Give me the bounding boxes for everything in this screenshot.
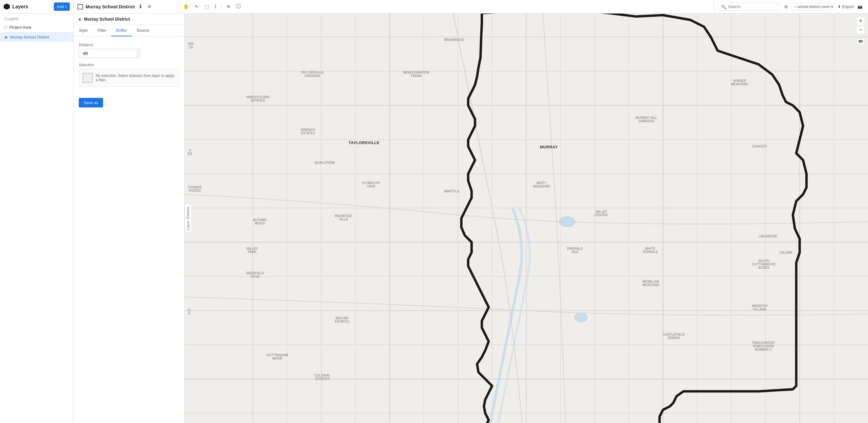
distance-input-wrap: feet ▾	[79, 49, 140, 58]
selection-placeholder-icon	[83, 73, 93, 83]
svg-point-33	[574, 313, 588, 322]
selection-box: No selection. Select features from layer…	[79, 69, 179, 87]
map-svg	[185, 13, 868, 423]
top-bar: Layers Add ▾ Murray School District ⬇ ✕ …	[0, 0, 868, 13]
svg-point-32	[559, 216, 576, 227]
distance-label: Distance	[79, 43, 179, 47]
sidebar-item-murray[interactable]: ◈ Murray School District	[0, 32, 73, 42]
layers-logo-icon	[4, 4, 10, 10]
map-layer-icon	[78, 4, 83, 9]
distance-unit-dropdown[interactable]: feet ▾	[137, 49, 140, 58]
add-chevron-icon: ▾	[65, 5, 67, 8]
map-title: Murray School District	[86, 4, 135, 9]
sidebar-section-label: 2 Layers	[0, 13, 73, 22]
close-tool-button[interactable]: ✕	[224, 2, 232, 11]
layers-section: Layers Add ▾	[0, 0, 74, 13]
box-select-button[interactable]: ⬚	[202, 2, 211, 11]
search-input[interactable]	[728, 4, 777, 9]
sidebar-item-murray-label: Murray School District	[10, 35, 49, 39]
distance-row: Distance feet ▾	[79, 43, 179, 58]
search-section: 🔍 ⊞ ○ school district zoom ▾ ⬇ Export 📷	[714, 0, 868, 13]
map-toolbar: ✋ ↖ ⬚ ⌇ ✕ ⓘ	[178, 0, 714, 13]
export-icon: ⬇	[838, 4, 841, 9]
detail-body: Distance feet ▾ Selection No selection. …	[74, 37, 184, 423]
distance-input[interactable]	[79, 49, 137, 58]
add-button[interactable]: Add ▾	[54, 2, 70, 11]
sidebar-item-label: Project Area	[9, 25, 31, 30]
main-content: 2 Layers □ Project Area ◈ Murray School …	[0, 13, 868, 423]
tab-buffer[interactable]: Buffer	[111, 25, 132, 36]
detail-title: Murray School District	[84, 17, 130, 22]
view-chevron-icon: ▾	[831, 5, 833, 9]
close-icon[interactable]: ✕	[146, 2, 153, 11]
view-label: school district zoom	[798, 5, 830, 9]
project-area-icon: □	[4, 25, 7, 30]
screenshot-button[interactable]: 📷	[856, 3, 864, 10]
search-input-wrap: 🔍	[718, 3, 780, 11]
sidebar: 2 Layers □ Project Area ◈ Murray School …	[0, 13, 74, 423]
screenshot-icon: 📷	[858, 4, 863, 9]
3d-button[interactable]: 3D	[856, 38, 865, 44]
map-controls: + −	[856, 17, 865, 34]
view-dropdown[interactable]: ○ school district zoom ▾	[792, 3, 836, 10]
toolbar-separator	[221, 4, 222, 10]
layers-title: Layers	[12, 4, 28, 9]
grid-icon: ⊞	[784, 4, 788, 9]
tab-style[interactable]: Style	[74, 25, 93, 36]
selection-text: No selection. Select features from layer…	[96, 73, 175, 82]
grid-button[interactable]: ⊞	[782, 3, 789, 10]
selection-row: Selection No selection. Select features …	[79, 63, 179, 87]
distance-unit-label: feet	[140, 51, 140, 56]
detail-header: ◈ Murray School District	[74, 13, 184, 25]
tab-source[interactable]: Source	[132, 25, 154, 36]
search-icon: 🔍	[721, 4, 726, 9]
sidebar-item-project-area[interactable]: □ Project Area	[0, 22, 73, 32]
save-as-button[interactable]: Save as	[79, 98, 103, 108]
path-tool-button[interactable]: ⌇	[212, 2, 219, 11]
info-button[interactable]: ⓘ	[234, 2, 243, 11]
zoom-in-button[interactable]: +	[856, 17, 865, 25]
extra-toolbar: ⊞ ○ school district zoom ▾ ⬇ Export 📷	[782, 3, 864, 10]
layer-details-tab[interactable]: Layer Details	[185, 203, 191, 233]
murray-layer-icon: ◈	[4, 34, 8, 39]
detail-tabs: Style Filter Buffer Source	[74, 25, 184, 37]
detail-layer-icon: ◈	[78, 17, 82, 22]
map-title-bar: Murray School District ⬇ ✕	[74, 0, 178, 13]
layer-details-label: Layer Details	[185, 203, 191, 233]
select-tool-button[interactable]: ↖	[192, 2, 201, 11]
zoom-out-button[interactable]: −	[856, 26, 865, 34]
detail-panel: ◈ Murray School District Style Filter Bu…	[74, 13, 185, 423]
selection-label: Selection	[79, 63, 179, 67]
download-icon[interactable]: ⬇	[137, 2, 144, 11]
map-area[interactable]: Layer Details	[185, 13, 868, 423]
view-icon: ○	[794, 5, 796, 9]
export-button[interactable]: ⬇ Export	[838, 4, 854, 9]
tab-filter[interactable]: Filter	[93, 25, 111, 36]
pan-tool-button[interactable]: ✋	[181, 2, 191, 11]
